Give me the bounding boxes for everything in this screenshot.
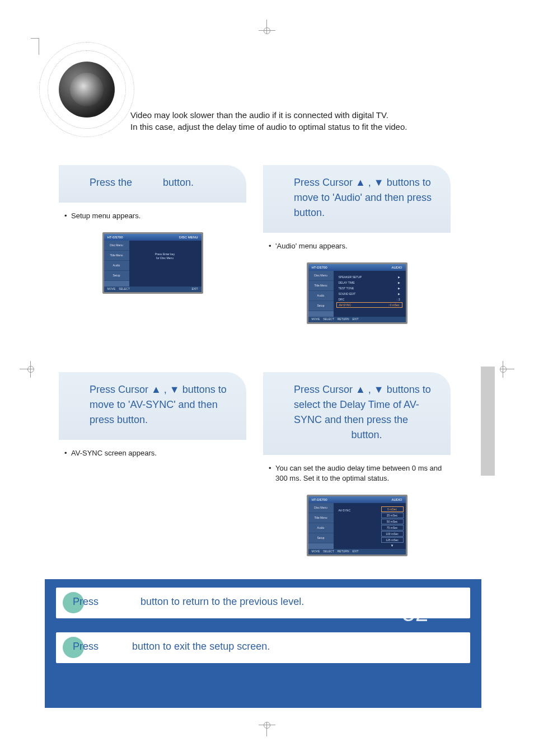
step-3-heading: Press Cursor ▲ , ▼ buttons to move to 'A… xyxy=(59,372,246,440)
page-tab-marker xyxy=(481,367,495,476)
step-2-body: 'Audio' menu appears. HT-DS700 AUDIO Dis… xyxy=(263,233,451,332)
step-4: Press Cursor ▲ , ▼ buttons to select the… xyxy=(263,372,451,565)
step-3: Press Cursor ▲ , ▼ buttons to move to 'A… xyxy=(59,372,246,467)
step2-osd: HT-DS700 AUDIO Disc Menu Title Menu Audi… xyxy=(307,262,407,324)
crop-mark-left xyxy=(25,364,36,375)
step-4-heading: Press Cursor ▲ , ▼ buttons to select the… xyxy=(263,372,451,455)
osd2-title-left: HT-DS700 xyxy=(312,265,327,270)
osd2-row-label: SPEAKER SETUP xyxy=(339,275,362,279)
osd2-row-val: ▶ xyxy=(398,287,400,290)
step1-osd: HT-DS700 DISC MENU Disc Menu Title Menu … xyxy=(102,232,203,294)
intro-paragraph: Video may look slower than the audio if … xyxy=(130,109,407,133)
top-corner-rule xyxy=(31,38,39,55)
step3-heading-text: Press Cursor ▲ , ▼ buttons to move to 'A… xyxy=(90,382,235,428)
osd4-title-left: HT-DS700 xyxy=(312,497,327,502)
step-1: Press the button. Setup menu appears. HT… xyxy=(59,165,246,302)
osd4-option: 75 mSec xyxy=(381,525,404,530)
step4-heading-text: Press Cursor ▲ , ▼ buttons to select the… xyxy=(294,382,439,428)
osd1-title-left: HT-DS700 xyxy=(107,235,123,240)
footer-row-exit: Press button to exit the setup screen. xyxy=(56,632,470,663)
osd2-tab: Title Menu xyxy=(308,281,334,291)
osd2-title-right: AUDIO xyxy=(391,265,402,270)
osd4-tab: Audio xyxy=(308,523,334,533)
osd1-footer: MOVE xyxy=(107,287,116,292)
osd2-footer: RETURN xyxy=(338,317,349,322)
step1-heading-pre: Press the xyxy=(90,177,132,188)
page-number: 52 xyxy=(402,600,428,627)
footer1-post: button to return to the previous level. xyxy=(140,596,304,607)
osd2-row-val: ▶ xyxy=(398,292,400,296)
osd1-tab: Audio xyxy=(104,261,129,271)
osd4-title-right: AUDIO xyxy=(391,497,402,502)
osd4-footer: MOVE xyxy=(312,550,320,554)
osd4-tab: Disc Menu xyxy=(308,503,334,513)
footer2-post: button to exit the setup screen. xyxy=(132,641,270,652)
osd2-tab: Setup xyxy=(308,301,334,311)
osd1-title-right: DISC MENU xyxy=(179,235,198,240)
step-3-body: AV-SYNC screen appears. xyxy=(59,440,246,467)
step4-bullet: You can set the audio delay time between… xyxy=(269,463,445,483)
step-1-body: Setup menu appears. HT-DS700 DISC MENU D… xyxy=(59,203,246,302)
osd2-tab: Audio xyxy=(308,291,334,301)
osd2-row-val: : 3 xyxy=(397,298,400,302)
osd1-tab: Title Menu xyxy=(104,251,129,261)
osd2-row-label: DELAY TIME xyxy=(339,281,355,285)
step4-osd: HT-DS700 AUDIO Disc Menu Title Menu Audi… xyxy=(307,495,407,556)
osd1-footer: EXIT xyxy=(191,287,198,292)
osd2-row-label: AV-SYNC xyxy=(339,303,352,307)
osd1-line2: for Disc Menu xyxy=(132,256,198,260)
osd4-footer: SELECT xyxy=(323,550,334,554)
osd4-option: 0 mSec xyxy=(381,506,404,512)
osd2-row-label: DRC xyxy=(339,298,345,302)
step3-bullet: AV-SYNC screen appears. xyxy=(64,448,241,458)
osd2-row-val: ▶ xyxy=(398,275,400,279)
crop-mark-bottom xyxy=(261,720,273,731)
step-2: Press Cursor ▲ , ▼ buttons to move to 'A… xyxy=(263,165,451,332)
osd2-row-val: : 0 mSec xyxy=(388,303,400,307)
osd2-footer: SELECT xyxy=(323,317,334,322)
osd4-option: 100 mSec xyxy=(381,531,404,537)
crop-mark-right xyxy=(498,364,509,375)
step-4-body: You can set the audio delay time between… xyxy=(263,455,451,565)
osd4-tab: Title Menu xyxy=(308,513,334,523)
osd4-left-label: AV-SYNC xyxy=(339,509,351,513)
crop-mark-top xyxy=(261,25,273,36)
intro-line1: Video may look slower than the audio if … xyxy=(130,109,407,121)
osd1-tab: Disc Menu xyxy=(104,241,129,251)
intro-line2: In this case, adjust the delay time of a… xyxy=(130,121,407,133)
osd2-footer: EXIT xyxy=(353,317,359,322)
osd1-tab: Setup xyxy=(104,271,129,281)
step-1-heading: Press the button. xyxy=(59,165,246,203)
osd4-tab: Setup xyxy=(308,533,334,543)
osd2-row-label: SOUND EDIT xyxy=(339,292,356,296)
step4-heading-last: button. xyxy=(294,428,439,443)
osd2-row-val: ▶ xyxy=(398,281,400,285)
osd4-option: 50 mSec xyxy=(381,519,404,524)
osd1-footer: SELECT xyxy=(119,287,129,292)
step-2-heading: Press Cursor ▲ , ▼ buttons to move to 'A… xyxy=(263,165,451,233)
step2-heading-text: Press Cursor ▲ , ▼ buttons to move to 'A… xyxy=(294,175,439,220)
step2-bullet: 'Audio' menu appears. xyxy=(269,241,445,251)
osd2-tab: Disc Menu xyxy=(308,271,334,281)
step1-heading-post: button. xyxy=(163,177,194,188)
osd4-option: 125 mSec xyxy=(381,537,404,543)
osd2-footer: MOVE xyxy=(312,317,320,322)
osd4-footer: RETURN xyxy=(338,550,349,554)
osd2-row-label: TEST TONE xyxy=(339,287,354,290)
footer-band: Press button to return to the previous l… xyxy=(45,579,481,708)
osd1-line1: Press Enter key xyxy=(132,252,198,256)
speaker-illustration xyxy=(39,42,134,137)
osd4-more-icon: ▼ xyxy=(381,543,404,548)
osd4-footer: EXIT xyxy=(353,550,359,554)
footer1-pre: Press xyxy=(73,596,99,607)
footer2-pre: Press xyxy=(73,641,99,652)
step1-bullet: Setup menu appears. xyxy=(64,211,241,221)
osd4-option: 25 mSec xyxy=(381,513,404,518)
